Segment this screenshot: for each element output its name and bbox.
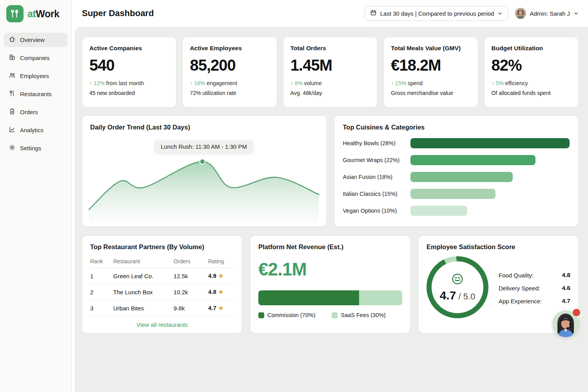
column-header-orders: Orders xyxy=(174,255,208,268)
cutlery-icon xyxy=(9,90,16,98)
revenue-legend: Commission (70%) SaaS Fees (30%) xyxy=(258,312,402,318)
kpi-subtext: 72% utilization rate xyxy=(190,90,269,96)
people-icon xyxy=(9,72,16,80)
cuisine-row: Gourmet Wraps (22%) xyxy=(343,155,570,165)
kpi-subtext: Avg. 48k/day xyxy=(290,90,370,96)
kpi-label: Active Companies xyxy=(89,45,169,52)
legend-item-saas-fees: SaaS Fees (30%) xyxy=(332,312,385,318)
metric-row: Delivery Speed: 4.6 xyxy=(499,284,570,292)
cuisine-bars: Healthy Bowls (28%) Gourmet Wraps (22%) … xyxy=(343,138,570,216)
cuisine-row: Asian Fusion (18%) xyxy=(343,172,570,182)
cuisine-label: Gourmet Wraps (22%) xyxy=(343,157,405,163)
kpi-delta: ↑ 12% from last month xyxy=(89,80,169,86)
kpi-label: Total Meals Value (GMV) xyxy=(391,45,470,52)
cuisine-row: Italian Classics (15%) xyxy=(343,189,570,199)
sidebar-item-analytics[interactable]: Analytics xyxy=(4,123,67,137)
kpi-label: Total Orders xyxy=(290,45,370,52)
sidebar-item-label: Restaurants xyxy=(20,91,52,97)
star-icon: ★ xyxy=(218,288,223,295)
top-restaurants-card: Top Restaurant Partners (By Volume) Rank… xyxy=(82,235,242,334)
date-range-selector[interactable]: Last 30 days | Compared to previous peri… xyxy=(365,6,508,21)
line-chart-icon xyxy=(9,126,16,134)
daily-order-trend-card: Daily Order Trend (Last 30 Days) xyxy=(82,115,327,227)
kpi-row: Active Companies 540 ↑ 12% from last mon… xyxy=(82,37,579,108)
notification-badge xyxy=(573,309,580,316)
cuisine-label: Italian Classics (15%) xyxy=(343,191,405,197)
star-icon: ★ xyxy=(218,272,223,279)
satisfaction-donut-chart: 4.7 / 5.0 xyxy=(426,256,488,318)
document-icon xyxy=(9,108,16,116)
cuisines-title: Top Cuisines & Categories xyxy=(343,124,570,131)
platform-revenue-card: Platform Net Revenue (Est.) €2.1M Commis… xyxy=(250,235,410,334)
sidebar-nav: Overview Companies Employees Restaurants… xyxy=(0,29,71,159)
sidebar-item-settings[interactable]: Settings xyxy=(4,141,67,155)
satisfaction-score: 4.7 / 5.0 xyxy=(440,289,475,302)
page-title: Super Dashboard xyxy=(82,8,154,18)
top-cuisines-card: Top Cuisines & Categories Healthy Bowls … xyxy=(334,115,579,227)
column-header-rating: Rating xyxy=(208,255,234,268)
kpi-value: 1.45M xyxy=(290,57,370,74)
satisfaction-metrics: Food Quality: 4.8 Delivery Speed: 4.6 Ap… xyxy=(499,264,570,310)
cuisine-label: Asian Fusion (18%) xyxy=(343,174,405,180)
star-icon: ★ xyxy=(218,304,223,311)
buildings-icon xyxy=(9,54,16,62)
kpi-subtext: 45 new onboarded xyxy=(89,90,169,96)
revenue-stacked-bar xyxy=(258,290,402,305)
cuisine-row: Healthy Bowls (28%) xyxy=(343,138,570,148)
sidebar-item-label: Analytics xyxy=(20,127,44,133)
chevron-down-icon xyxy=(573,11,579,16)
kpi-value: 85,200 xyxy=(190,57,269,74)
commission-segment xyxy=(258,290,359,305)
kpi-subtext: Of allocated funds spent xyxy=(492,90,571,96)
table-row: 3 Urban Bites 9.8k 4.7★ xyxy=(90,300,234,316)
kpi-value: 82% xyxy=(492,57,571,74)
cuisine-bar xyxy=(410,155,536,165)
kpi-delta: ↑ 8% volume xyxy=(290,80,370,86)
kpi-card-gmv: Total Meals Value (GMV) €18.2M ↑ 15% spe… xyxy=(383,37,478,108)
peak-data-point[interactable] xyxy=(200,159,205,164)
sidebar-item-label: Companies xyxy=(20,55,50,61)
metric-row: App Experience: 4.7 xyxy=(499,297,570,304)
sidebar-item-employees[interactable]: Employees xyxy=(4,69,67,83)
column-header-restaurant: Restaurant xyxy=(113,255,174,268)
sidebar-item-companies[interactable]: Companies xyxy=(4,51,67,65)
legend-swatch xyxy=(258,312,264,318)
cuisine-label: Healthy Bowls (28%) xyxy=(343,140,405,146)
cuisine-bar xyxy=(410,206,467,216)
sidebar-item-label: Orders xyxy=(20,109,38,115)
sidebar: atWork Overview Companies Employees Rest… xyxy=(0,0,72,392)
kpi-label: Active Employees xyxy=(190,45,269,52)
sidebar-item-overview[interactable]: Overview xyxy=(4,33,67,47)
smiley-icon xyxy=(451,272,464,287)
revenue-title: Platform Net Revenue (Est.) xyxy=(258,243,402,251)
partners-title: Top Restaurant Partners (By Volume) xyxy=(90,243,234,251)
home-icon xyxy=(9,36,16,44)
revenue-value: €2.1M xyxy=(258,259,402,280)
cuisine-row: Vegan Options (10%) xyxy=(343,206,570,216)
satisfaction-title: Employee Satisfaction Score xyxy=(426,243,570,251)
kpi-delta: ↑ 15% spend xyxy=(391,80,470,86)
legend-item-commission: Commission (70%) xyxy=(258,312,315,318)
kpi-card-budget-utilization: Budget Utilization 82% ↑ 5% efficiency O… xyxy=(484,37,579,108)
calendar-icon xyxy=(370,9,377,17)
table-row: 1 Green Leaf Co. 12.5k 4.9★ xyxy=(90,268,234,284)
view-all-restaurants-link[interactable]: View all restaurants xyxy=(90,321,234,328)
user-avatar xyxy=(515,8,526,19)
app-name: atWork xyxy=(27,8,59,20)
sidebar-item-orders[interactable]: Orders xyxy=(4,105,67,119)
kpi-card-active-companies: Active Companies 540 ↑ 12% from last mon… xyxy=(82,37,176,108)
table-row: 2 The Lunch Box 10.2k 4.8★ xyxy=(90,284,234,300)
cuisine-bar xyxy=(410,138,570,148)
sidebar-item-restaurants[interactable]: Restaurants xyxy=(4,87,67,101)
date-range-label: Last 30 days | Compared to previous peri… xyxy=(380,10,494,17)
kpi-value: 540 xyxy=(89,57,169,74)
sidebar-item-label: Overview xyxy=(20,36,45,43)
cuisine-bar xyxy=(410,189,496,199)
support-chat-launcher[interactable] xyxy=(552,310,579,337)
metric-row: Food Quality: 4.8 xyxy=(499,272,570,279)
kpi-value: €18.2M xyxy=(391,57,470,74)
chevron-down-icon xyxy=(497,11,503,16)
user-menu[interactable]: Admin: Sarah J xyxy=(515,8,579,19)
kpi-delta: ↑ 18% engagement xyxy=(190,80,269,86)
kpi-card-active-employees: Active Employees 85,200 ↑ 18% engagement… xyxy=(182,37,277,108)
